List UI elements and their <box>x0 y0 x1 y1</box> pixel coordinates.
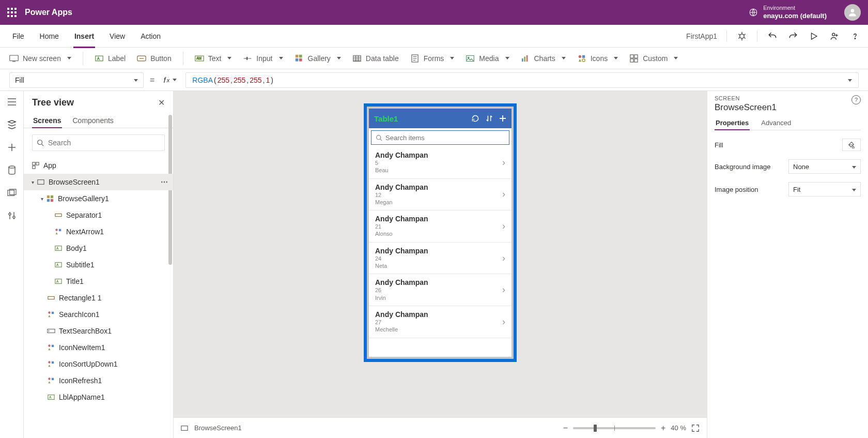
properties-panel: SCREEN BrowseScreen1 ? Properties Advanc… <box>707 91 868 438</box>
bg-image-select[interactable]: None <box>788 159 861 174</box>
menu-insert[interactable]: Insert <box>69 30 99 42</box>
tree-node-separator1[interactable]: Separator1 <box>24 207 173 223</box>
sort-icon[interactable] <box>486 114 493 123</box>
share-icon[interactable] <box>829 31 840 42</box>
menu-view[interactable]: View <box>104 30 130 42</box>
forms-button[interactable]: Forms <box>410 54 455 63</box>
property-selector[interactable]: Fill <box>9 72 144 88</box>
button-button[interactable]: Button <box>137 54 171 63</box>
tree-node-browsegallery1[interactable]: ▾ BrowseGallery1 <box>24 190 173 207</box>
menu-file[interactable]: File <box>7 30 29 42</box>
undo-icon[interactable] <box>767 31 778 42</box>
chevron-right-icon[interactable]: › <box>502 221 505 232</box>
chevron-right-icon[interactable]: › <box>502 253 505 264</box>
user-avatar[interactable] <box>844 4 861 21</box>
screen-selection[interactable]: Table1 Andy Champan 5 Beau › Andy Champa… <box>364 103 517 362</box>
advanced-tools-icon[interactable] <box>6 210 18 221</box>
list-item[interactable]: Andy Champan 26 Irvin › <box>369 274 512 306</box>
help-icon[interactable] <box>849 31 861 42</box>
canvas-stage[interactable]: Table1 Andy Champan 5 Beau › Andy Champa… <box>174 91 707 417</box>
input-button[interactable]: Input <box>243 54 283 63</box>
image-position-select[interactable]: Fit <box>788 182 861 197</box>
prop-pos-label: Image position <box>715 186 788 193</box>
text-button[interactable]: Abl Text <box>195 54 232 63</box>
chevron-right-icon[interactable]: › <box>502 189 505 200</box>
tab-components[interactable]: Components <box>71 113 114 128</box>
tab-properties[interactable]: Properties <box>715 116 750 130</box>
formula-input[interactable]: RGBA(255, 255, 255, 1) <box>185 72 859 88</box>
add-icon[interactable] <box>499 115 506 122</box>
search-box[interactable] <box>371 130 509 145</box>
svg-rect-43 <box>55 214 61 216</box>
search-icon <box>376 134 382 141</box>
label-icon <box>95 54 104 63</box>
tab-screens[interactable]: Screens <box>32 113 62 128</box>
chevron-right-icon[interactable]: › <box>502 316 505 327</box>
new-screen-button[interactable]: New screen <box>9 54 71 63</box>
tab-advanced[interactable]: Advanced <box>760 116 792 130</box>
environment-picker[interactable]: Environment enayu.com (default) <box>749 4 827 20</box>
fill-color-swatch[interactable] <box>842 139 861 151</box>
media-rail-icon[interactable] <box>6 187 18 199</box>
list-item[interactable]: Andy Champan 12 Megan › <box>369 179 512 211</box>
zoom-slider[interactable] <box>573 427 656 429</box>
tree-view-icon[interactable] <box>6 119 18 130</box>
tree-node-subtitle1[interactable]: Subtitle1 <box>24 256 173 273</box>
tree-search-input[interactable] <box>48 139 160 147</box>
more-icon[interactable]: ⋯ <box>161 178 169 186</box>
tree-node-nextarrow1[interactable]: NextArrow1 <box>24 223 173 240</box>
tree-node-iconnewitem1[interactable]: IconNewItem1 <box>24 339 173 356</box>
waffle-icon[interactable] <box>7 8 17 17</box>
close-icon[interactable]: ✕ <box>158 98 165 108</box>
tree-node-body1[interactable]: Body1 <box>24 240 173 256</box>
tree-node-browsescreen1[interactable]: ▾ BrowseScreen1 ⋯ <box>24 174 173 190</box>
redo-icon[interactable] <box>787 31 799 42</box>
list-item[interactable]: Andy Champan 21 Alonso › <box>369 210 512 243</box>
custom-button[interactable]: Custom <box>629 54 678 63</box>
zoom-out-button[interactable]: − <box>563 424 568 433</box>
chevron-right-icon[interactable]: › <box>502 284 505 295</box>
gallery-button[interactable]: Gallery <box>295 54 341 63</box>
chevron-right-icon[interactable]: › <box>502 157 505 168</box>
media-button[interactable]: Media <box>466 54 509 63</box>
search-input[interactable] <box>385 134 505 142</box>
zoom-in-button[interactable]: + <box>661 424 665 433</box>
tree-node-iconrefresh1[interactable]: IconRefresh1 <box>24 372 173 389</box>
label-button[interactable]: Label <box>95 54 126 63</box>
tree-node-searchicon1[interactable]: SearchIcon1 <box>24 306 173 323</box>
tree-node-lblappname1[interactable]: LblAppName1 <box>24 389 173 405</box>
tree-node-app[interactable]: App <box>24 157 173 174</box>
tree-search[interactable] <box>32 134 165 151</box>
menu-action[interactable]: Action <box>135 30 166 42</box>
list-item[interactable]: Andy Champan 24 Neta › <box>369 243 512 275</box>
row-title: Andy Champan <box>375 215 502 223</box>
list-item[interactable]: Andy Champan 5 Beau › <box>369 147 512 179</box>
charts-button[interactable]: Charts <box>521 54 566 63</box>
search-icon <box>37 139 44 146</box>
svg-rect-21 <box>526 55 528 61</box>
svg-rect-38 <box>38 180 44 185</box>
fit-icon[interactable] <box>691 424 700 432</box>
play-icon[interactable] <box>808 31 819 42</box>
list-item[interactable]: Andy Champan 27 Mechelle › <box>369 306 512 338</box>
insert-ribbon: New screen Label Button Abl Text Input G… <box>0 48 868 69</box>
props-name: BrowseScreen1 <box>715 102 777 113</box>
tree-node-iconsortupdown1[interactable]: IconSortUpDown1 <box>24 356 173 372</box>
chevron-down-icon <box>850 186 856 193</box>
menu-home[interactable]: Home <box>35 30 64 42</box>
add-icon[interactable] <box>6 142 18 153</box>
fx-icon[interactable]: fx <box>161 75 179 84</box>
hamburger-icon[interactable] <box>6 96 18 108</box>
help-icon[interactable]: ? <box>851 95 861 104</box>
tree-node-title1[interactable]: Title1 <box>24 273 173 290</box>
icons-button[interactable]: Icons <box>577 54 618 63</box>
tree-node-rectangle11[interactable]: Rectangle1 1 <box>24 290 173 306</box>
data-icon[interactable] <box>6 164 18 176</box>
formula-expand-icon[interactable] <box>846 76 852 84</box>
row-subtitle: Neta <box>375 262 502 269</box>
svg-point-2 <box>740 34 744 38</box>
refresh-icon[interactable] <box>471 114 479 123</box>
app-checker-icon[interactable] <box>736 31 748 42</box>
data-table-button[interactable]: Data table <box>352 54 399 63</box>
tree-node-textsearchbox1[interactable]: TextSearchBox1 <box>24 323 173 339</box>
